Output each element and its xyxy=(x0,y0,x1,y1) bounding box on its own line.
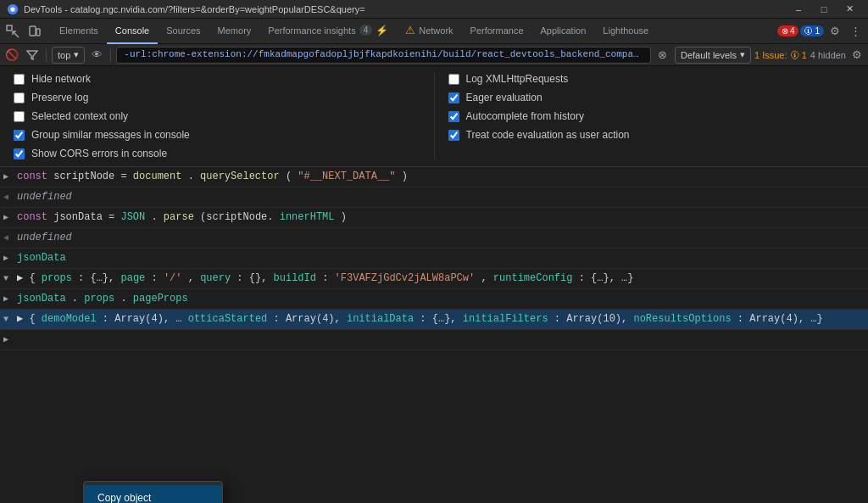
eager-eval-checkbox[interactable] xyxy=(448,92,459,103)
console-line-4: undefined xyxy=(0,228,868,249)
setting-show-cors: Show CORS errors in console xyxy=(14,148,420,159)
expand-arrow-7[interactable] xyxy=(3,291,17,307)
expand-arrow-5[interactable] xyxy=(3,250,17,266)
settings-icon[interactable]: ⚙ xyxy=(826,22,844,41)
expand-arrow-4 xyxy=(3,230,17,246)
eye-icon[interactable]: 👁 xyxy=(88,47,105,64)
console-line-1: const scriptNode = document . querySelec… xyxy=(0,167,868,187)
settings-col-left: Hide network Preserve log Selected conte… xyxy=(14,73,420,159)
log-levels-selector[interactable]: Default levels ▾ xyxy=(675,47,751,64)
maximize-button[interactable]: □ xyxy=(812,2,836,17)
tab-network[interactable]: ⚠ Network xyxy=(397,19,461,44)
expand-arrow-9 xyxy=(3,332,17,348)
group-similar-checkbox[interactable] xyxy=(14,130,25,141)
settings-col-right: Log XMLHttpRequests Eager evaluation Aut… xyxy=(448,73,855,159)
devtools-right-icons: ⊗4 🛈1 ⚙ ⋮ xyxy=(777,22,865,41)
console-line-5: jsonData xyxy=(0,249,868,269)
window-title: DevTools - catalog.ngc.nvidia.com/?filte… xyxy=(24,4,787,14)
more-tools-icon[interactable]: ⋮ xyxy=(846,22,865,41)
selected-context-checkbox[interactable] xyxy=(14,111,25,122)
main-area: Elements Console Sources Memory Performa… xyxy=(0,19,868,503)
window-controls: – □ ✕ xyxy=(787,2,861,17)
close-button[interactable]: ✕ xyxy=(837,2,861,17)
inspect-element-icon[interactable] xyxy=(3,22,22,41)
svg-rect-2 xyxy=(7,25,12,31)
svg-point-1 xyxy=(10,7,14,11)
title-bar: DevTools - catalog.ngc.nvidia.com/?filte… xyxy=(0,0,868,19)
error-badge[interactable]: ⊗4 xyxy=(777,25,799,36)
settings-cog-icon[interactable]: ⊗ xyxy=(654,47,671,64)
chrome-icon xyxy=(7,3,19,15)
tab-performance-insights[interactable]: Performance insights 4 ⚡ xyxy=(259,19,397,44)
console-line-7: jsonData . props . pageProps xyxy=(0,289,868,310)
tab-memory[interactable]: Memory xyxy=(209,19,260,44)
setting-log-xml: Log XMLHttpRequests xyxy=(448,73,855,85)
tab-application[interactable]: Application xyxy=(532,19,595,44)
gear-icon[interactable]: ⚙ xyxy=(849,48,865,63)
svg-rect-4 xyxy=(36,29,40,36)
preserve-log-checkbox[interactable] xyxy=(14,92,25,103)
console-line-9 xyxy=(0,330,868,350)
settings-panel: Hide network Preserve log Selected conte… xyxy=(0,66,868,167)
console-toolbar: 🚫 top ▾ 👁 -url:chrome-extension://fmkadm… xyxy=(0,44,868,66)
setting-hide-network: Hide network xyxy=(14,73,420,85)
console-line-3: const jsonData = JSON . parse (scriptNod… xyxy=(0,208,868,228)
expand-arrow-3[interactable] xyxy=(3,210,17,226)
expand-arrow-2 xyxy=(3,189,17,205)
setting-autocomplete: Autocomplete from history xyxy=(448,110,855,122)
device-toolbar-icon[interactable] xyxy=(25,22,44,41)
setting-treat-code: Treat code evaluation as user action xyxy=(448,129,855,141)
setting-preserve-log: Preserve log xyxy=(14,92,420,103)
issue-badge[interactable]: 1 Issue: 🛈 1 xyxy=(754,50,807,60)
hide-network-checkbox[interactable] xyxy=(14,74,25,85)
svg-rect-3 xyxy=(30,26,36,36)
tab-lighthouse[interactable]: Lighthouse xyxy=(594,19,657,44)
context-menu: Copy object Store as global variable Exp… xyxy=(83,481,223,503)
console-line-2: undefined xyxy=(0,187,868,208)
info-badge[interactable]: 🛈1 xyxy=(800,25,824,36)
console-line-8: ▶ { demoModel : Array(4), … otticaStarte… xyxy=(0,310,868,330)
hidden-badge: 4 hidden xyxy=(810,50,846,60)
setting-group-similar: Group similar messages in console xyxy=(14,129,420,141)
console-output[interactable]: const scriptNode = document . querySelec… xyxy=(0,167,868,503)
autocomplete-checkbox[interactable] xyxy=(448,111,459,122)
filter-url-bar[interactable]: -url:chrome-extension://fmkadmapgofadopl… xyxy=(116,47,651,64)
setting-selected-context: Selected context only xyxy=(14,110,420,122)
tab-sources[interactable]: Sources xyxy=(158,19,209,44)
toolbar-separator-1 xyxy=(46,48,47,62)
treat-code-checkbox[interactable] xyxy=(448,130,459,141)
console-line-6: ▶ { props : {…}, page : '/' , query : {}… xyxy=(0,269,868,289)
tab-performance[interactable]: Performance xyxy=(462,19,532,44)
log-xml-checkbox[interactable] xyxy=(448,74,459,85)
context-selector[interactable]: top ▾ xyxy=(52,47,85,64)
devtools-left-icons xyxy=(3,22,44,41)
minimize-button[interactable]: – xyxy=(787,2,810,17)
settings-divider xyxy=(434,73,435,159)
tab-console[interactable]: Console xyxy=(107,19,158,44)
expand-arrow-1[interactable] xyxy=(3,169,17,185)
show-cors-checkbox[interactable] xyxy=(14,148,25,159)
devtools-tab-bar: Elements Console Sources Memory Performa… xyxy=(0,19,868,44)
filter-icon[interactable] xyxy=(24,47,41,64)
context-menu-copy-object[interactable]: Copy object xyxy=(84,485,222,503)
setting-eager-eval: Eager evaluation xyxy=(448,92,855,103)
expand-arrow-6[interactable] xyxy=(3,271,17,287)
expand-arrow-8[interactable] xyxy=(3,311,17,327)
clear-console-icon[interactable]: 🚫 xyxy=(3,47,20,64)
tab-elements[interactable]: Elements xyxy=(51,19,107,44)
toolbar-separator-2 xyxy=(110,48,111,62)
